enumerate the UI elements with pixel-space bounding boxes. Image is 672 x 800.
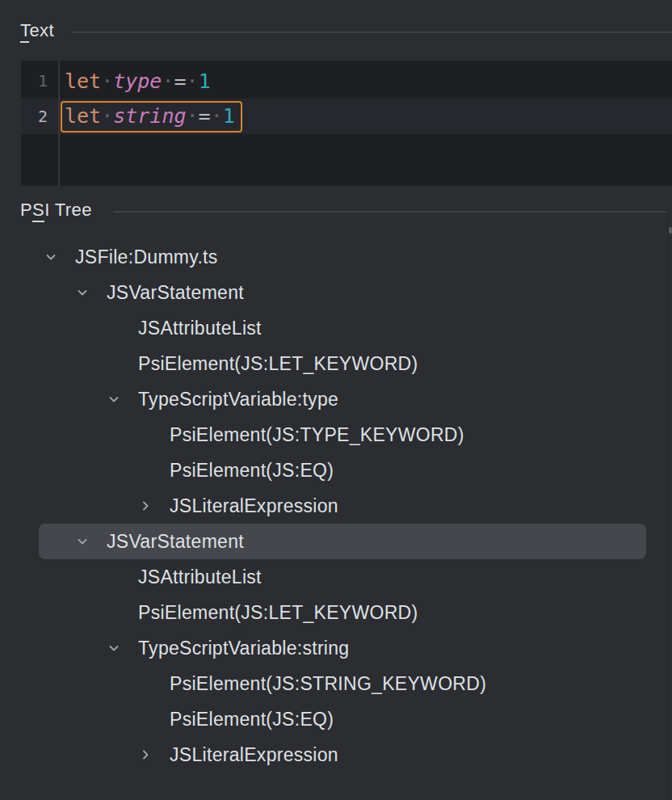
tree-item-label: PsiElement(JS:EQ) bbox=[170, 709, 334, 731]
psi-label-mnemonic: S bbox=[32, 200, 44, 222]
text-section-separator bbox=[73, 32, 672, 33]
psi-label-rest: I Tree bbox=[44, 200, 92, 220]
code-token-whitespace: · bbox=[162, 69, 174, 93]
tree-item[interactable]: PsiElement(JS:LET_KEYWORD) bbox=[39, 595, 646, 630]
tree-item[interactable]: JSLiteralExpression bbox=[39, 488, 646, 524]
psi-tree[interactable]: JSFile:Dummy.tsJSVarStatementJSAttribute… bbox=[0, 239, 672, 773]
tree-item-label: JSAttributeList bbox=[138, 318, 262, 339]
psi-tree-section-separator bbox=[113, 211, 667, 213]
line-number: 2 bbox=[21, 107, 58, 126]
tree-item[interactable]: PsiElement(JS:LET_KEYWORD) bbox=[39, 346, 646, 381]
code-token-identifier: string bbox=[113, 104, 186, 128]
chevron-down-icon[interactable] bbox=[44, 251, 75, 263]
tree-scrollbar-thumb[interactable] bbox=[669, 227, 672, 234]
tree-item[interactable]: JSLiteralExpression bbox=[39, 737, 646, 773]
editor-line[interactable]: 2let·string·=·1 bbox=[21, 99, 672, 134]
code-token-operator: = bbox=[174, 69, 187, 93]
tree-item-label: PsiElement(JS:TYPE_KEYWORD) bbox=[170, 424, 464, 446]
chevron-down-icon[interactable] bbox=[76, 286, 107, 299]
tree-item-label: JSLiteralExpression bbox=[170, 744, 338, 766]
tree-item-label: PsiElement(JS:LET_KEYWORD) bbox=[138, 602, 418, 624]
code-line-text: let·type·=·1 bbox=[58, 69, 211, 93]
tree-item-label: TypeScriptVariable:string bbox=[138, 638, 349, 659]
tree-item[interactable]: TypeScriptVariable:string bbox=[39, 630, 646, 666]
tree-item-label: JSAttributeList bbox=[138, 566, 262, 588]
tree-item-label: PsiElement(JS:STRING_KEYWORD) bbox=[170, 673, 486, 695]
tree-item-label: PsiElement(JS:EQ) bbox=[170, 460, 334, 482]
code-line-text: let·string·=·1 bbox=[58, 101, 242, 133]
tree-item[interactable]: TypeScriptVariable:type bbox=[39, 381, 646, 417]
code-token-number: 1 bbox=[223, 104, 235, 128]
editor-line[interactable]: 1let·type·=·1 bbox=[21, 63, 672, 99]
tree-item-label: JSVarStatement bbox=[107, 282, 244, 304]
code-token-whitespace: · bbox=[101, 104, 113, 128]
text-label-mnemonic: T bbox=[20, 20, 29, 43]
code-token-number: 1 bbox=[199, 69, 211, 93]
code-token-identifier: type bbox=[113, 69, 162, 93]
tree-item[interactable]: JSAttributeList bbox=[39, 559, 646, 595]
code-token-whitespace: · bbox=[187, 69, 199, 93]
tree-item-label: TypeScriptVariable:type bbox=[138, 389, 338, 411]
chevron-down-icon[interactable] bbox=[76, 535, 107, 548]
psi-viewer-dialog: Text 1let·type·=·12let·string·=·1 PSI Tr… bbox=[0, 0, 672, 800]
chevron-right-icon[interactable] bbox=[139, 748, 170, 761]
tree-item[interactable]: PsiElement(JS:EQ) bbox=[39, 701, 646, 737]
chevron-down-icon[interactable] bbox=[107, 393, 138, 406]
tree-item[interactable]: JSAttributeList bbox=[39, 310, 646, 346]
code-token-whitespace: · bbox=[211, 104, 223, 128]
tree-pane-right-border bbox=[667, 216, 669, 800]
chevron-down-icon[interactable] bbox=[107, 642, 138, 655]
tree-item[interactable]: PsiElement(JS:TYPE_KEYWORD) bbox=[39, 417, 646, 453]
code-token-whitespace: · bbox=[101, 69, 113, 93]
tree-item-label: JSVarStatement bbox=[107, 531, 244, 553]
line-number: 1 bbox=[21, 71, 58, 91]
code-token-keyword: let bbox=[65, 69, 101, 93]
tree-item[interactable]: JSVarStatement bbox=[39, 275, 646, 310]
tree-item-label: JSFile:Dummy.ts bbox=[75, 246, 218, 268]
tree-item[interactable]: JSFile:Dummy.ts bbox=[39, 239, 646, 275]
code-token-operator: = bbox=[199, 104, 211, 128]
tree-item[interactable]: PsiElement(JS:STRING_KEYWORD) bbox=[39, 666, 646, 701]
psi-element-highlight-box: let·string·=·1 bbox=[61, 101, 242, 133]
code-editor[interactable]: 1let·type·=·12let·string·=·1 bbox=[21, 61, 672, 186]
text-label-rest: ext bbox=[29, 20, 54, 40]
tree-item[interactable]: PsiElement(JS:EQ) bbox=[39, 453, 646, 488]
psi-label-pre: P bbox=[20, 200, 32, 220]
text-section-label: Text bbox=[20, 20, 54, 41]
tree-item-label: JSLiteralExpression bbox=[170, 495, 338, 517]
chevron-right-icon[interactable] bbox=[139, 499, 170, 512]
tree-item[interactable]: JSVarStatement bbox=[39, 524, 646, 559]
tree-item-label: PsiElement(JS:LET_KEYWORD) bbox=[138, 353, 418, 375]
code-token-whitespace: · bbox=[187, 104, 199, 128]
psi-tree-section-label: PSI Tree bbox=[20, 200, 92, 221]
code-token-keyword: let bbox=[65, 104, 101, 128]
